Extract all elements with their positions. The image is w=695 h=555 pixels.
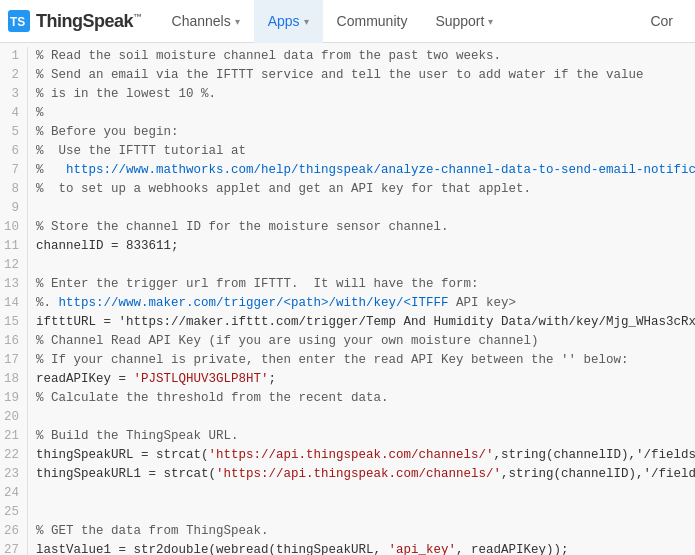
thingspeak-logo-icon: TS [8, 10, 30, 32]
line-content: % Send an email via the IFTTT service an… [36, 66, 695, 85]
code-line: 20 [0, 408, 695, 427]
line-number: 16 [0, 332, 28, 351]
code-line: 12 [0, 256, 695, 275]
line-content [36, 199, 695, 218]
line-content [36, 256, 695, 275]
nav-cor-label: Cor [650, 13, 673, 29]
line-number: 9 [0, 199, 28, 218]
code-line: 21% Build the ThingSpeak URL. [0, 427, 695, 446]
support-caret-icon: ▾ [488, 16, 493, 27]
code-line: 11channelID = 833611; [0, 237, 695, 256]
code-line: 2% Send an email via the IFTTT service a… [0, 66, 695, 85]
line-content: % https://www.mathworks.com/help/thingsp… [36, 161, 695, 180]
line-number: 25 [0, 503, 28, 522]
line-content: % [36, 104, 695, 123]
line-content: lastValue1 = str2double(webread(thingSpe… [36, 541, 695, 555]
line-number: 19 [0, 389, 28, 408]
line-number: 27 [0, 541, 28, 555]
nav-apps[interactable]: Apps ▾ [254, 0, 323, 43]
nav-channels-label: Channels [172, 13, 231, 29]
nav-cor[interactable]: Cor [636, 0, 687, 43]
line-number: 21 [0, 427, 28, 446]
svg-text:TS: TS [10, 15, 25, 29]
line-number: 4 [0, 104, 28, 123]
line-content: % Read the soil moisture channel data fr… [36, 47, 695, 66]
line-content: % Use the IFTTT tutorial at [36, 142, 695, 161]
code-line: 7% https://www.mathworks.com/help/things… [0, 161, 695, 180]
brand-name: ThingSpeak™ [36, 11, 142, 32]
nav-channels[interactable]: Channels ▾ [158, 0, 254, 43]
line-content: thingSpeakURL = strcat('https://api.thin… [36, 446, 695, 465]
line-number: 2 [0, 66, 28, 85]
line-content: channelID = 833611; [36, 237, 695, 256]
line-content: % Channel Read API Key (if you are using… [36, 332, 695, 351]
line-number: 15 [0, 313, 28, 332]
line-number: 3 [0, 85, 28, 104]
line-number: 1 [0, 47, 28, 66]
line-number: 23 [0, 465, 28, 484]
line-content: thingSpeakURL1 = strcat('https://api.thi… [36, 465, 695, 484]
code-line: 10% Store the channel ID for the moistur… [0, 218, 695, 237]
brand-tm: ™ [133, 12, 142, 22]
line-number: 6 [0, 142, 28, 161]
line-number: 22 [0, 446, 28, 465]
line-number: 8 [0, 180, 28, 199]
code-line: 26% GET the data from ThingSpeak. [0, 522, 695, 541]
code-line: 15iftttURL = 'https://maker.ifttt.com/tr… [0, 313, 695, 332]
code-line: 13% Enter the trigger url from IFTTT. It… [0, 275, 695, 294]
channels-caret-icon: ▾ [235, 16, 240, 27]
nav-community-label: Community [337, 13, 408, 29]
line-content: readAPIKey = 'PJSTLQHUV3GLP8HT'; [36, 370, 695, 389]
line-number: 7 [0, 161, 28, 180]
line-content [36, 503, 695, 522]
code-line: 5% Before you begin: [0, 123, 695, 142]
code-line: 22thingSpeakURL = strcat('https://api.th… [0, 446, 695, 465]
code-line: 6% Use the IFTTT tutorial at [0, 142, 695, 161]
line-content: % Build the ThingSpeak URL. [36, 427, 695, 446]
line-number: 5 [0, 123, 28, 142]
line-content: % Calculate the threshold from the recen… [36, 389, 695, 408]
line-content: iftttURL = 'https://maker.ifttt.com/trig… [36, 313, 695, 332]
line-number: 26 [0, 522, 28, 541]
line-content [36, 484, 695, 503]
code-line: 27lastValue1 = str2double(webread(thingS… [0, 541, 695, 555]
brand-logo-link[interactable]: TS ThingSpeak™ [8, 10, 142, 32]
line-number: 14 [0, 294, 28, 313]
line-content: % Store the channel ID for the moisture … [36, 218, 695, 237]
line-content: % is in the lowest 10 %. [36, 85, 695, 104]
line-number: 10 [0, 218, 28, 237]
code-line: 14%. https://www.maker.com/trigger/<path… [0, 294, 695, 313]
line-number: 13 [0, 275, 28, 294]
code-line: 9 [0, 199, 695, 218]
nav-community[interactable]: Community [323, 0, 422, 43]
code-line: 19% Calculate the threshold from the rec… [0, 389, 695, 408]
line-content [36, 408, 695, 427]
line-number: 12 [0, 256, 28, 275]
line-content: %. https://www.maker.com/trigger/<path>/… [36, 294, 695, 313]
code-line: 1% Read the soil moisture channel data f… [0, 47, 695, 66]
nav-support[interactable]: Support ▾ [421, 0, 507, 43]
line-content: % If your channel is private, then enter… [36, 351, 695, 370]
code-line: 18readAPIKey = 'PJSTLQHUV3GLP8HT'; [0, 370, 695, 389]
line-number: 20 [0, 408, 28, 427]
apps-caret-icon: ▾ [304, 16, 309, 27]
line-number: 17 [0, 351, 28, 370]
line-number: 24 [0, 484, 28, 503]
line-content: % Enter the trigger url from IFTTT. It w… [36, 275, 695, 294]
code-line: 16% Channel Read API Key (if you are usi… [0, 332, 695, 351]
code-line: 25 [0, 503, 695, 522]
code-line: 4% [0, 104, 695, 123]
code-editor: 1% Read the soil moisture channel data f… [0, 43, 695, 555]
code-line: 23thingSpeakURL1 = strcat('https://api.t… [0, 465, 695, 484]
line-number: 18 [0, 370, 28, 389]
line-content: % to set up a webhooks applet and get an… [36, 180, 695, 199]
line-number: 11 [0, 237, 28, 256]
code-line: 8% to set up a webhooks applet and get a… [0, 180, 695, 199]
line-content: % GET the data from ThingSpeak. [36, 522, 695, 541]
line-content: % Before you begin: [36, 123, 695, 142]
navbar: TS ThingSpeak™ Channels ▾ Apps ▾ Communi… [0, 0, 695, 43]
code-line: 17% If your channel is private, then ent… [0, 351, 695, 370]
code-line: 24 [0, 484, 695, 503]
code-line: 3% is in the lowest 10 %. [0, 85, 695, 104]
nav-apps-label: Apps [268, 13, 300, 29]
